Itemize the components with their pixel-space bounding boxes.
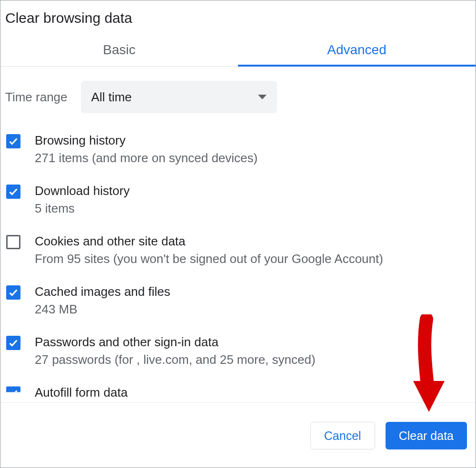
time-range-value: All time — [91, 90, 132, 105]
list-item: Browsing history 271 items (and more on … — [4, 125, 472, 175]
item-subtitle: 271 items (and more on synced devices) — [35, 149, 258, 167]
dialog-title: Clear browsing data — [0, 0, 476, 38]
clear-data-button[interactable]: Clear data — [386, 422, 467, 449]
tabs: Basic Advanced — [0, 38, 476, 67]
list-item: Cookies and other site data From 95 site… — [4, 225, 472, 276]
item-title: Browsing history — [35, 132, 258, 149]
time-range-label: Time range — [5, 90, 68, 105]
checkbox-passwords[interactable] — [6, 336, 20, 350]
item-title: Cached images and files — [35, 283, 170, 300]
item-title: Autofill form data — [35, 384, 128, 401]
tab-advanced[interactable]: Advanced — [238, 38, 476, 66]
list-item: Cached images and files 243 MB — [4, 276, 472, 326]
check-icon — [8, 136, 19, 146]
check-icon — [8, 186, 19, 197]
time-range-select[interactable]: All time — [81, 81, 277, 113]
cancel-button[interactable]: Cancel — [310, 422, 375, 449]
item-subtitle: From 95 sites (you won't be signed out o… — [35, 250, 383, 268]
checkbox-download-history[interactable] — [6, 185, 20, 199]
item-subtitle: 5 items — [35, 199, 129, 218]
item-title: Cookies and other site data — [35, 233, 383, 250]
time-range-row: Time range All time — [0, 67, 476, 113]
checkbox-cached-files[interactable] — [6, 285, 20, 300]
item-title: Download history — [35, 183, 129, 199]
clear-browsing-data-dialog: Clear browsing data Basic Advanced Time … — [0, 0, 476, 468]
item-subtitle: 27 passwords (for , live.com, and 25 mor… — [35, 351, 316, 369]
list-item: Download history 5 items — [4, 175, 472, 225]
check-icon — [8, 388, 19, 399]
checkbox-autofill[interactable] — [6, 386, 20, 400]
list-item: Passwords and other sign-in data 27 pass… — [4, 326, 472, 377]
item-subtitle: 243 MB — [35, 300, 170, 319]
item-title: Passwords and other sign-in data — [35, 334, 316, 351]
check-icon — [8, 338, 19, 348]
check-icon — [8, 287, 19, 298]
dialog-body: Time range All time Browsing history 271… — [0, 67, 476, 402]
data-type-list: Browsing history 271 items (and more on … — [0, 113, 476, 401]
checkbox-browsing-history[interactable] — [6, 134, 20, 148]
list-item: Autofill form data — [4, 377, 472, 401]
checkbox-cookies[interactable] — [6, 235, 20, 249]
tab-basic[interactable]: Basic — [0, 38, 238, 66]
chevron-down-icon — [258, 95, 267, 99]
dialog-footer: Cancel Clear data — [0, 402, 476, 468]
